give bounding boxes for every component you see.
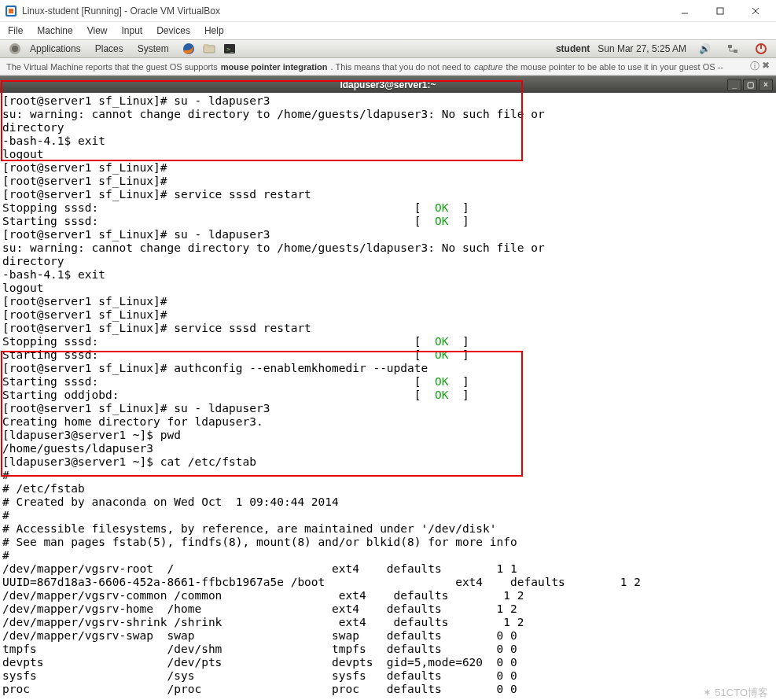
vb-info-tray: ⓘ ✖ [750, 60, 770, 73]
panel-clock[interactable]: Sun Mar 27, 5:25 AM [598, 43, 686, 54]
terminal-line: [root@server1 sf_Linux]# [2, 175, 773, 188]
svg-rect-2 [9, 9, 13, 13]
vb-info-text-2: . This means that you do not need to [331, 62, 471, 72]
svg-text:>_: >_ [226, 46, 234, 53]
terminal-line: # [2, 509, 773, 522]
firefox-icon[interactable] [182, 42, 196, 56]
svg-point-8 [12, 46, 18, 52]
terminal-line: sysfs /sys sysfs defaults 0 0 [2, 669, 773, 683]
terminal-line: -bash-4.1$ exit [2, 268, 773, 282]
volume-icon[interactable]: 🔊 [697, 42, 712, 56]
host-window-controls [667, 0, 773, 22]
minimize-button[interactable] [667, 0, 702, 22]
terminal-line: /dev/mapper/vgsrv-home /home ext4 defaul… [2, 602, 773, 616]
terminal-line: # Accessible filesystems, by reference, … [2, 522, 773, 536]
terminal-line: [root@server1 sf_Linux]# service sssd re… [2, 188, 773, 201]
vb-info-text-1: The Virtual Machine reports that the gue… [6, 62, 218, 72]
terminal-line: /dev/mapper/vgsrv-common /common ext4 de… [2, 589, 773, 602]
vb-info-bold: mouse pointer integration [221, 62, 328, 72]
dismiss-icon[interactable]: ✖ [762, 60, 770, 73]
vb-mouse-integration-strip: The Virtual Machine reports that the gue… [0, 58, 776, 76]
terminal-line: Stopping sssd: [ OK ] [2, 201, 773, 215]
terminal-line: # Created by anaconda on Wed Oct 1 09:40… [2, 496, 773, 509]
panel-menu-applications[interactable]: Applications [30, 43, 81, 54]
terminal-line: [root@server1 sf_Linux]# [2, 295, 773, 308]
svg-rect-15 [734, 50, 737, 53]
menu-file[interactable]: File [8, 25, 23, 36]
terminal-line: [root@server1 sf_Linux]# authconfig --en… [2, 362, 773, 375]
gnome-foot-icon [8, 42, 22, 56]
terminal-line: [root@server1 sf_Linux]# su - ldapuser3 [2, 228, 773, 241]
terminal-line: /dev/mapper/vgsrv-swap swap swap default… [2, 629, 773, 643]
terminal-line: /dev/mapper/vgsrv-root / ext4 defaults 1… [2, 562, 773, 576]
terminal-icon[interactable]: >_ [223, 42, 237, 56]
terminal-line: # /etc/fstab [2, 482, 773, 496]
host-window-title: Linux-student [Running] - Oracle VM Virt… [22, 6, 667, 17]
terminal-line: [root@server1 sf_Linux]# [2, 161, 773, 175]
terminal-title: ldapuser3@server1:~ [340, 79, 436, 90]
terminal-line: logout [2, 148, 773, 161]
panel-menu-places[interactable]: Places [95, 43, 123, 54]
terminal-line: # [2, 549, 773, 562]
menu-help[interactable]: Help [204, 25, 224, 36]
panel-username[interactable]: student [556, 43, 590, 54]
network-icon[interactable] [726, 42, 740, 56]
power-icon[interactable] [754, 42, 768, 56]
vb-info-text-3: the mouse pointer to be able to use it i… [506, 62, 723, 72]
terminal-minimize-button[interactable]: _ [727, 79, 741, 91]
terminal-output[interactable]: [root@server1 sf_Linux]# su - ldapuser3s… [0, 93, 776, 699]
terminal-line: # [2, 469, 773, 482]
terminal-line: /home/guests/ldapuser3 [2, 442, 773, 455]
terminal-close-button[interactable]: × [759, 79, 773, 91]
terminal-line: tmpfs /dev/shm tmpfs defaults 0 0 [2, 643, 773, 656]
svg-rect-4 [717, 8, 723, 14]
terminal-line: Creating home directory for ldapuser3. [2, 415, 773, 429]
file-manager-icon[interactable] [202, 42, 216, 56]
close-button[interactable] [737, 0, 773, 22]
terminal-line: logout [2, 282, 773, 295]
menu-devices[interactable]: Devices [156, 25, 190, 36]
watermark: ✶51CTO博客 [692, 684, 776, 700]
info-icon: ⓘ [750, 60, 759, 73]
terminal-line: # See man pages fstab(5), findfs(8), mou… [2, 536, 773, 549]
svg-rect-14 [728, 45, 732, 48]
terminal-line: Starting sssd: [ OK ] [2, 215, 773, 228]
menu-machine[interactable]: Machine [37, 25, 72, 36]
terminal-line: [root@server1 sf_Linux]# service sssd re… [2, 322, 773, 335]
menu-input[interactable]: Input [122, 25, 143, 36]
terminal-line: directory [2, 121, 773, 134]
svg-rect-10 [204, 46, 215, 53]
terminal-line: [root@server1 sf_Linux]# su - ldapuser3 [2, 94, 773, 108]
terminal-line: devpts /dev/pts devpts gid=5,mode=620 0 … [2, 656, 773, 669]
terminal-line: -bash-4.1$ exit [2, 134, 773, 148]
terminal-line: Starting sssd: [ OK ] [2, 348, 773, 362]
terminal-line: Stopping sssd: [ OK ] [2, 335, 773, 348]
panel-menu-system[interactable]: System [138, 43, 169, 54]
terminal-line: directory [2, 255, 773, 268]
virtualbox-menubar: File Machine View Input Devices Help [0, 22, 776, 39]
watermark-icon: ✶ [703, 687, 712, 698]
terminal-line: /dev/mapper/vgsrv-shrink /shrink ext4 de… [2, 616, 773, 629]
terminal-line: proc /proc proc defaults 0 0 [2, 683, 773, 696]
terminal-line: [ldapuser3@server1 ~]$ cat /etc/fstab [2, 455, 773, 469]
watermark-text: 51CTO博客 [715, 687, 768, 698]
maximize-button[interactable] [702, 0, 737, 22]
terminal-line: [ldapuser3@server1 ~]$ pwd [2, 429, 773, 442]
terminal-line: su: warning: cannot change directory to … [2, 241, 773, 255]
host-window-titlebar: Linux-student [Running] - Oracle VM Virt… [0, 0, 776, 22]
terminal-maximize-button[interactable]: ▢ [743, 79, 757, 91]
terminal-line: Starting oddjobd: [ OK ] [2, 389, 773, 402]
terminal-titlebar[interactable]: ldapuser3@server1:~ _ ▢ × [0, 76, 776, 93]
gnome-top-panel: Applications Places System >_ student Su… [0, 39, 776, 58]
terminal-line: Starting sssd: [ OK ] [2, 375, 773, 389]
terminal-line: [root@server1 sf_Linux]# [2, 308, 773, 322]
svg-rect-11 [204, 44, 208, 46]
terminal-line: UUID=867d18a3-6606-452a-8661-ffbcb1967a5… [2, 576, 773, 589]
terminal-line: [root@server1 sf_Linux]# su - ldapuser3 [2, 402, 773, 415]
menu-view[interactable]: View [87, 25, 108, 36]
terminal-line: su: warning: cannot change directory to … [2, 108, 773, 121]
virtualbox-icon [5, 5, 17, 17]
vb-info-italic: capture [474, 62, 503, 72]
